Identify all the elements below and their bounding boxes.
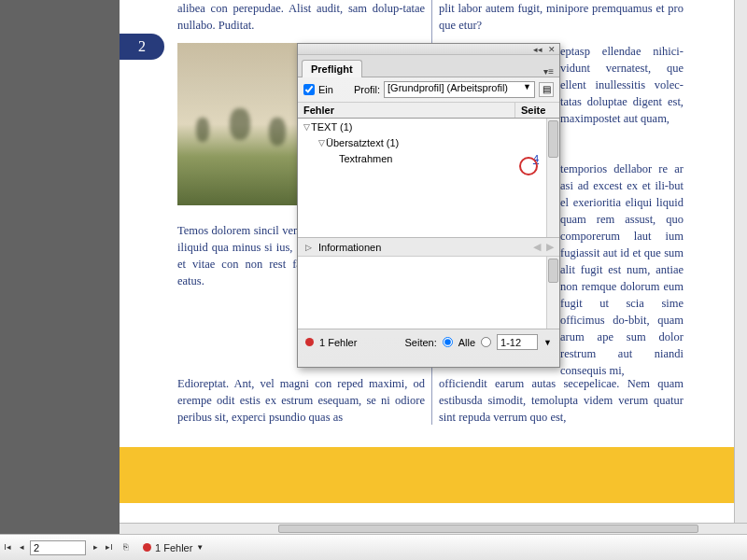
pages-range-field[interactable]: [497, 334, 538, 350]
error-list: ▽ TEXT (1) ▽ Übersatztext (1) Textrahmen…: [298, 119, 559, 238]
panel-tabs: Preflight ▾≡: [298, 55, 559, 77]
col-header-fehler[interactable]: Fehler: [298, 103, 514, 118]
info-section-header[interactable]: ▷ Informationen ◀ ▶: [298, 238, 559, 257]
disclosure-triangle-icon[interactable]: ▽: [302, 122, 311, 132]
scrollbar-thumb[interactable]: [548, 259, 558, 283]
inline-photo: [177, 43, 297, 205]
col-header-seite[interactable]: Seite: [514, 103, 559, 118]
pages-all-label: Alle: [458, 337, 475, 348]
info-body: [298, 257, 559, 329]
scrollbar-thumb[interactable]: [548, 120, 558, 158]
preflight-panel: ◂◂ ✕ Preflight ▾≡ Ein Profil: [Grundprof…: [297, 43, 560, 368]
tree-row-root[interactable]: ▽ TEXT (1): [298, 119, 559, 134]
scrollbar-thumb[interactable]: [278, 525, 698, 533]
body-text: temporios dellabor re ar asi ad excest e…: [560, 161, 684, 379]
footer-band: [120, 447, 747, 503]
page-number-field[interactable]: [30, 540, 86, 555]
panel-footer: 1 Fehler Seiten: Alle ▼: [298, 329, 559, 355]
error-dot-icon: [143, 543, 151, 552]
panel-titlebar[interactable]: ◂◂ ✕: [298, 44, 559, 55]
profile-value: [Grundprofil] (Arbeitsprofil): [388, 82, 508, 93]
tree-label: TEXT (1): [311, 121, 352, 133]
tree-label: Übersatztext (1): [326, 137, 399, 148]
profile-dropdown[interactable]: [Grundprofil] (Arbeitsprofil) ▼: [384, 81, 535, 98]
body-text: alibea con perepudae. Alist audit, sam d…: [177, 0, 425, 34]
tree-row-child[interactable]: ▽ Übersatztext (1): [298, 134, 559, 150]
prev-icon[interactable]: ◀: [533, 241, 541, 253]
collapse-icon[interactable]: ◂◂: [533, 45, 543, 54]
annotation-circle: [519, 157, 538, 175]
close-icon[interactable]: ✕: [548, 45, 556, 54]
body-text: officiendit earum autas secepelicae. Nem…: [439, 375, 684, 426]
vertical-scrollbar[interactable]: [734, 0, 747, 523]
open-page-button[interactable]: ⎘: [117, 541, 134, 554]
preflight-enable-checkbox[interactable]: [303, 84, 315, 95]
pages-range-radio[interactable]: [481, 337, 491, 347]
panel-menu-icon[interactable]: ▾≡: [538, 66, 559, 77]
body-text: plit labor autem fugit, minipore premqua…: [439, 0, 684, 34]
body-text: eptasp ellendae nihici-vidunt vernatest,…: [560, 43, 684, 127]
next-page-button[interactable]: ▸: [89, 541, 102, 554]
profile-label: Profil:: [354, 84, 380, 95]
prev-page-button[interactable]: ◂: [15, 541, 28, 554]
tree-label: Textrahmen: [339, 153, 392, 164]
status-dropdown-icon[interactable]: ▼: [196, 543, 204, 552]
horizontal-scrollbar[interactable]: [120, 523, 747, 534]
page-number-badge: 2: [120, 34, 164, 60]
list-scrollbar[interactable]: [546, 119, 559, 237]
disclosure-triangle-icon[interactable]: ▷: [303, 243, 313, 252]
first-page-button[interactable]: I◂: [1, 541, 14, 554]
chevron-down-icon: ▼: [523, 82, 531, 91]
chevron-down-icon[interactable]: ▼: [543, 338, 552, 347]
info-label: Informationen: [318, 242, 381, 253]
pages-all-radio[interactable]: [443, 337, 453, 347]
status-bar: I◂ ◂ ▸ ▸I ⎘ 1 Fehler ▼: [0, 534, 747, 560]
error-count: 1 Fehler: [319, 337, 357, 348]
panel-profile-row: Ein Profil: [Grundprofil] (Arbeitsprofil…: [298, 77, 559, 103]
info-scrollbar[interactable]: [546, 257, 559, 329]
pages-label: Seiten:: [404, 337, 436, 348]
tab-preflight[interactable]: Preflight: [302, 60, 362, 77]
profile-embed-icon[interactable]: ▤: [539, 82, 554, 97]
last-page-button[interactable]: ▸I: [103, 541, 116, 554]
status-error-text[interactable]: 1 Fehler: [155, 542, 192, 553]
preflight-enable-label: Ein: [318, 84, 333, 95]
next-icon[interactable]: ▶: [546, 241, 554, 253]
body-text: Edioreptat. Ant, vel magni con reped max…: [177, 375, 425, 426]
disclosure-triangle-icon[interactable]: ▽: [317, 138, 326, 147]
error-list-header: Fehler Seite: [298, 103, 559, 119]
error-dot-icon: [305, 338, 314, 346]
